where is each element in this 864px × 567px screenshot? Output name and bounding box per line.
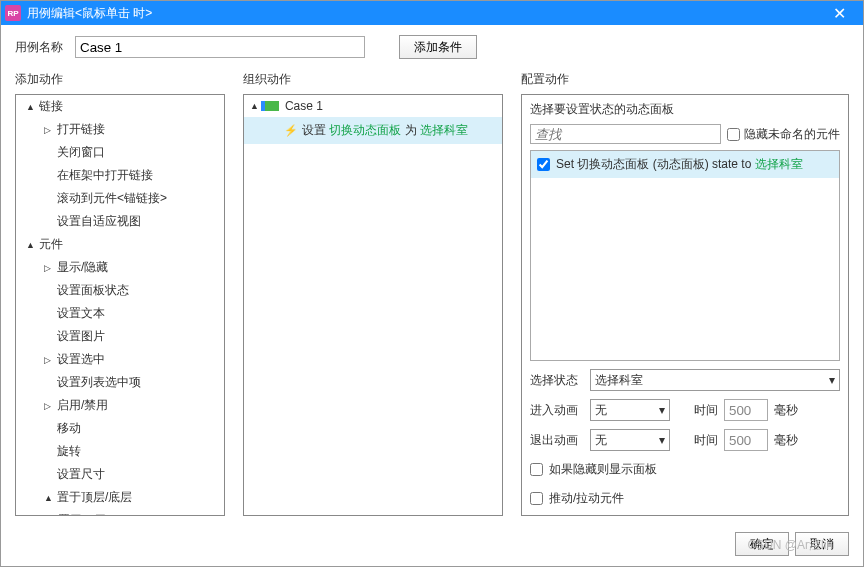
select-state-label: 选择状态 xyxy=(530,372,584,389)
search-input[interactable] xyxy=(530,124,721,144)
panel-list-item[interactable]: Set 切换动态面板 (动态面板) state to 选择科室 xyxy=(531,151,839,178)
tree-item[interactable]: 关闭窗口 xyxy=(57,145,105,159)
chevron-down-icon: ▾ xyxy=(659,433,665,447)
footer: 确定 取消 CSDN @Ar澄lin xyxy=(1,526,863,566)
tree-item[interactable]: 设置选中 xyxy=(57,352,105,366)
titlebar: RP 用例编辑<鼠标单击 时> ✕ xyxy=(1,1,863,25)
case-name-input[interactable] xyxy=(75,36,365,58)
action-mid: 为 xyxy=(401,123,420,137)
tree-item[interactable]: 设置列表选中项 xyxy=(57,375,141,389)
tree-item[interactable]: 移动 xyxy=(57,421,81,435)
tree-item[interactable]: 设置自适应视图 xyxy=(57,214,141,228)
tree-item[interactable]: 设置文本 xyxy=(57,306,105,320)
select-state-dropdown[interactable]: 选择科室▾ xyxy=(590,369,840,391)
left-col-title: 添加动作 xyxy=(15,65,225,94)
anim-in-time-input[interactable] xyxy=(724,399,768,421)
case-row[interactable]: ▲ Case 1 xyxy=(244,95,502,117)
anim-out-label: 退出动画 xyxy=(530,432,584,449)
case-icon xyxy=(265,101,279,111)
chevron-down-icon: ▾ xyxy=(659,403,665,417)
right-col-title: 配置动作 xyxy=(521,65,849,94)
action-tree[interactable]: ▲链接 ▷打开链接 关闭窗口 在框架中打开链接 滚动到元件<锚链接> 设置自适应… xyxy=(16,95,224,515)
panel-item-checkbox[interactable] xyxy=(537,158,550,171)
tree-group-link[interactable]: 链接 xyxy=(39,99,63,113)
tree-group-layer[interactable]: 置于顶层/底层 xyxy=(57,490,132,504)
tree-item[interactable]: 旋转 xyxy=(57,444,81,458)
anim-in-dropdown[interactable]: 无▾ xyxy=(590,399,670,421)
push-pull-checkbox[interactable]: 推动/拉动元件 xyxy=(530,488,840,509)
add-condition-button[interactable]: 添加条件 xyxy=(399,35,477,59)
show-if-hidden-checkbox[interactable]: 如果隐藏则显示面板 xyxy=(530,459,840,480)
case-label: Case 1 xyxy=(285,99,323,113)
anim-out-time-input[interactable] xyxy=(724,429,768,451)
tree-item[interactable]: 显示/隐藏 xyxy=(57,260,108,274)
bolt-icon: ⚡ xyxy=(284,124,298,137)
tree-item[interactable]: 设置面板状态 xyxy=(57,283,129,297)
panel-list[interactable]: Set 切换动态面板 (动态面板) state to 选择科室 xyxy=(530,150,840,361)
cancel-button[interactable]: 取消 xyxy=(795,532,849,556)
ok-button[interactable]: 确定 xyxy=(735,532,789,556)
tree-item[interactable]: 启用/禁用 xyxy=(57,398,108,412)
tree-item[interactable]: 置于顶层 xyxy=(58,513,106,515)
action-target: 选择科室 xyxy=(420,123,468,137)
tree-item[interactable]: 滚动到元件<锚链接> xyxy=(57,191,167,205)
case-editor-dialog: RP 用例编辑<鼠标单击 时> ✕ 用例名称 添加条件 添加动作 ▲链接 ▷打开… xyxy=(0,0,864,567)
action-row-selected[interactable]: ⚡ 设置 切换动态面板 为 选择科室 xyxy=(244,117,502,144)
top-row: 用例名称 添加条件 xyxy=(1,25,863,65)
close-icon[interactable]: ✕ xyxy=(819,1,859,25)
dialog-title: 用例编辑<鼠标单击 时> xyxy=(27,5,819,22)
tree-item[interactable]: 设置尺寸 xyxy=(57,467,105,481)
action-prefix: 设置 xyxy=(302,123,329,137)
chevron-down-icon: ▾ xyxy=(829,373,835,387)
app-icon: RP xyxy=(5,5,21,21)
tree-item[interactable]: 打开链接 xyxy=(57,122,105,136)
tree-group-widget[interactable]: 元件 xyxy=(39,237,63,251)
action-panel: 切换动态面板 xyxy=(329,123,401,137)
anim-in-label: 进入动画 xyxy=(530,402,584,419)
case-name-label: 用例名称 xyxy=(15,39,63,56)
anim-out-dropdown[interactable]: 无▾ xyxy=(590,429,670,451)
expand-icon[interactable]: ▲ xyxy=(250,101,259,111)
mid-col-title: 组织动作 xyxy=(243,65,503,94)
ms-label: 毫秒 xyxy=(774,432,798,449)
hide-unnamed-checkbox[interactable]: 隐藏未命名的元件 xyxy=(727,126,840,143)
tree-item[interactable]: 在框架中打开链接 xyxy=(57,168,153,182)
time-label: 时间 xyxy=(694,432,718,449)
config-hint: 选择要设置状态的动态面板 xyxy=(522,95,848,124)
ms-label: 毫秒 xyxy=(774,402,798,419)
time-label: 时间 xyxy=(694,402,718,419)
tree-item[interactable]: 设置图片 xyxy=(57,329,105,343)
